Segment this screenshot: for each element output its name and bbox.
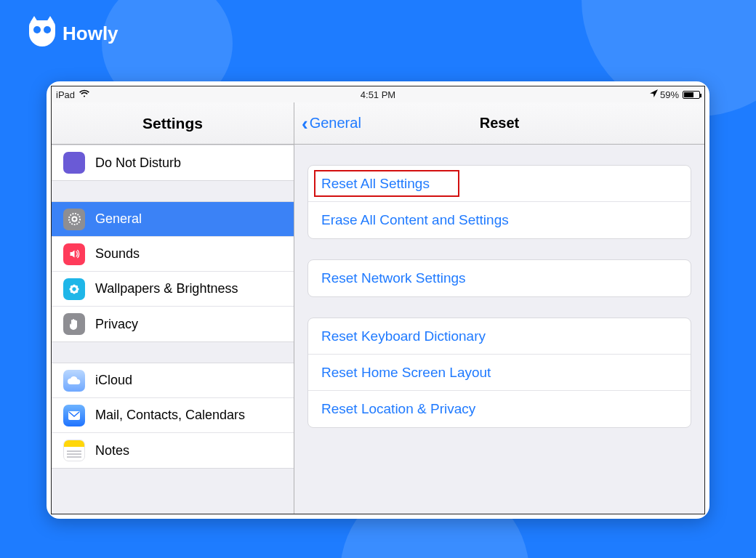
sidebar-item-icloud[interactable]: iCloud — [52, 363, 294, 398]
cloud-icon — [63, 370, 85, 392]
chevron-left-icon: ‹ — [302, 114, 308, 133]
settings-sidebar: Settings Do Not Disturb — [52, 102, 294, 514]
row-label: Reset Network Settings — [321, 270, 466, 286]
owl-icon — [29, 20, 55, 46]
reset-group-2: Reset Network Settings — [307, 259, 691, 297]
device-label: iPad — [56, 89, 75, 100]
back-button[interactable]: ‹ General — [294, 114, 361, 133]
battery-icon — [683, 91, 700, 99]
svg-point-6 — [71, 285, 73, 288]
howly-logo: Howly — [29, 20, 118, 46]
sidebar-item-label: Wallpapers & Brightness — [95, 281, 238, 296]
sidebar-item-privacy[interactable]: Privacy — [52, 307, 294, 341]
sidebar-item-label: General — [95, 211, 142, 227]
hand-icon — [63, 313, 85, 335]
location-icon — [650, 89, 658, 100]
row-label: Reset Home Screen Layout — [321, 365, 491, 381]
svg-point-7 — [75, 285, 78, 288]
reset-group-3: Reset Keyboard Dictionary Reset Home Scr… — [307, 318, 691, 428]
sidebar-item-label: Mail, Contacts, Calendars — [95, 408, 245, 423]
reset-keyboard-dictionary[interactable]: Reset Keyboard Dictionary — [308, 318, 691, 355]
sidebar-item-dnd[interactable]: Do Not Disturb — [52, 145, 294, 180]
sidebar-item-general[interactable]: General — [52, 202, 294, 237]
status-bar: iPad 4:51 PM 59% — [52, 86, 704, 102]
reset-location-privacy[interactable]: Reset Location & Privacy — [308, 391, 691, 427]
speaker-icon — [63, 243, 85, 265]
sidebar-item-label: Sounds — [95, 246, 140, 262]
svg-point-10 — [73, 288, 76, 291]
sidebar-item-wallpapers[interactable]: Wallpapers & Brightness — [52, 272, 294, 307]
sidebar-item-mail[interactable]: Mail, Contacts, Calendars — [52, 398, 294, 433]
reset-home-screen-layout[interactable]: Reset Home Screen Layout — [308, 355, 691, 391]
reset-network-settings[interactable]: Reset Network Settings — [308, 260, 691, 296]
sidebar-item-label: Notes — [95, 443, 129, 458]
sidebar-item-sounds[interactable]: Sounds — [52, 237, 294, 272]
moon-icon — [63, 152, 85, 174]
svg-point-8 — [71, 290, 73, 293]
wifi-icon — [79, 89, 89, 100]
notes-icon — [63, 440, 85, 461]
tablet-frame: iPad 4:51 PM 59% Settings — [47, 81, 709, 519]
erase-all-content[interactable]: Erase All Content and Settings — [308, 202, 691, 238]
sidebar-item-label: Privacy — [95, 317, 138, 332]
sidebar-item-label: iCloud — [95, 373, 132, 388]
mail-icon — [63, 405, 85, 426]
sidebar-item-notes[interactable]: Notes — [52, 433, 294, 468]
svg-point-9 — [75, 290, 78, 293]
back-label: General — [310, 115, 361, 132]
sidebar-item-label: Do Not Disturb — [95, 155, 181, 171]
screen: iPad 4:51 PM 59% Settings — [51, 86, 705, 514]
svg-point-0 — [68, 214, 79, 225]
row-label: Reset All Settings — [321, 176, 430, 192]
detail-header: ‹ General Reset — [294, 102, 704, 145]
brand-name: Howly — [63, 23, 118, 45]
reset-all-settings[interactable]: Reset All Settings — [308, 166, 691, 202]
flower-icon — [63, 278, 85, 300]
reset-group-1: Reset All Settings Erase All Content and… — [307, 165, 691, 239]
svg-point-1 — [72, 217, 76, 221]
sidebar-title: Settings — [52, 102, 294, 145]
row-label: Reset Location & Privacy — [321, 401, 475, 417]
gear-icon — [63, 209, 85, 230]
row-label: Reset Keyboard Dictionary — [321, 328, 486, 344]
detail-title: Reset — [480, 115, 519, 132]
battery-percent: 59% — [660, 89, 679, 100]
detail-pane: ‹ General Reset Reset All Settings Erase… — [294, 102, 704, 514]
status-time: 4:51 PM — [361, 89, 395, 100]
row-label: Erase All Content and Settings — [321, 212, 509, 228]
